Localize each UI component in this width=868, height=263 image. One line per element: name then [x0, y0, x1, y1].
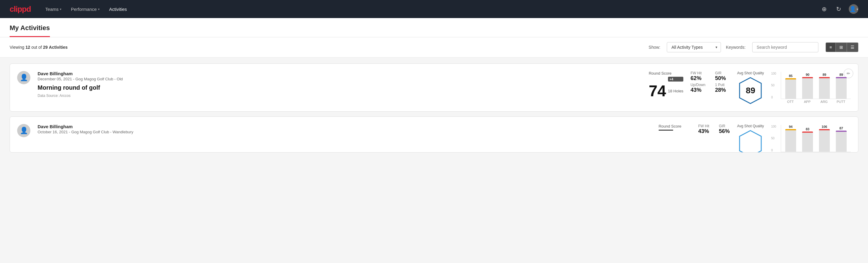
bar-value: 87: [839, 126, 843, 130]
chart: 100 50 0 85908989: [771, 72, 851, 99]
page-title: My Activities: [10, 18, 50, 37]
activity-type-select[interactable]: All Activity Types: [667, 42, 721, 52]
y-axis: 100 50 0: [771, 125, 776, 152]
hexagon-wrap: Avg Shot Quality 89: [737, 71, 764, 104]
activity-date: October 16, 2021 - Gog Magog Golf Club -…: [38, 130, 651, 134]
grid-icon: ⊞: [839, 45, 843, 50]
keywords-label: Keywords:: [726, 45, 745, 50]
nav-actions: ⊕ ↻ 👤 ▾: [820, 4, 858, 14]
shot-quality-section: Avg Shot Quality 89 100 50 0 85908989: [737, 71, 851, 104]
round-score-group: Round Score 74 +4 18 Holes: [649, 71, 683, 99]
one-putt-stat: 1 Putt 28%: [715, 83, 730, 93]
svg-marker-1: [740, 130, 761, 152]
stats-grid: FW Hit 43% GIR 56%: [699, 124, 730, 135]
chart: 100 50 0 948310687: [771, 125, 851, 152]
avatar-icon: 👤: [20, 127, 28, 135]
bar-value: 90: [806, 73, 809, 77]
viewing-count: 12: [26, 45, 30, 50]
bar-column: 106: [816, 125, 833, 152]
compact-icon: ☰: [850, 45, 855, 50]
search-input[interactable]: [752, 42, 818, 52]
bar-chart-container: 100 50 0 948310687 OTTAPPARGPUTT: [771, 125, 851, 153]
fw-hit-label: FW Hit: [690, 71, 705, 75]
activity-card: 👤 Dave Billingham October 16, 2021 - Gog…: [10, 116, 858, 152]
avatar-chevron: ▾: [857, 7, 858, 11]
fw-hit-stat: FW Hit 43%: [699, 124, 710, 135]
bar: [802, 77, 813, 99]
bar-top-indicator: [785, 129, 796, 130]
refresh-icon[interactable]: ↻: [834, 5, 843, 13]
logo: clippd: [10, 4, 31, 14]
page-header: My Activities: [0, 18, 868, 37]
view-toggles: ≡ ⊞ ☰: [826, 42, 858, 52]
chart-bars: 948310687: [781, 125, 851, 152]
chevron-down-icon: ▾: [60, 7, 61, 11]
nav-teams[interactable]: Teams ▾: [45, 5, 61, 13]
updown-label: Up/Down: [690, 83, 705, 87]
avatar: 👤: [17, 71, 30, 84]
activity-card: ✏ 👤 Dave Billingham December 05, 2021 - …: [10, 63, 858, 112]
gir-value: 50%: [715, 75, 730, 82]
fw-hit-value: 62%: [690, 75, 705, 82]
updown-value: 43%: [690, 87, 705, 93]
add-icon[interactable]: ⊕: [820, 5, 828, 13]
player-name: Dave Billingham: [38, 71, 642, 76]
hexagon-wrap: Avg Shot Quality: [737, 124, 764, 152]
bar: [819, 77, 830, 98]
activity-title: Morning round of golf: [38, 84, 642, 91]
chart-bars: 85908989: [781, 72, 851, 99]
avatar-icon: 👤: [20, 74, 28, 82]
shot-quality-section: Avg Shot Quality 100 50 0 948310687: [737, 124, 851, 152]
hexagon: 89: [738, 77, 763, 104]
bar-value: 89: [839, 73, 843, 77]
bar-value: 85: [789, 74, 793, 78]
bar-top-indicator: [802, 132, 813, 133]
viewing-middle: out of: [31, 45, 42, 50]
bar: [836, 130, 847, 152]
list-view-button[interactable]: ≡: [826, 42, 836, 52]
bar-value: 94: [789, 125, 793, 128]
y-axis: 100 50 0: [771, 72, 776, 99]
nav-performance[interactable]: Performance ▾: [71, 5, 99, 13]
bar-label: APP: [799, 100, 816, 104]
navbar: clippd Teams ▾ Performance ▾ Activities …: [0, 0, 868, 18]
bar-column: 83: [799, 125, 816, 152]
stats-grid: FW Hit 62% GIR 50% Up/Down 43% 1 Putt 28…: [690, 71, 730, 93]
bar: [785, 78, 796, 99]
bar-value: 83: [806, 127, 809, 131]
one-putt-label: 1 Putt: [715, 83, 730, 87]
bar-column: 94: [782, 125, 799, 152]
score-badge: +4: [668, 77, 683, 82]
holes-count: 18 Holes: [668, 89, 683, 93]
bar-top-indicator: [836, 77, 847, 78]
compact-view-button[interactable]: ☰: [847, 42, 858, 52]
avg-shot-label: Avg Shot Quality: [737, 71, 764, 75]
bar-top-indicator: [785, 78, 796, 80]
y-label-100: 100: [771, 72, 776, 75]
bar-column: 89: [833, 72, 850, 99]
score-display: 74 +4 18 Holes: [649, 77, 683, 99]
viewing-total: 29: [43, 45, 48, 50]
user-avatar[interactable]: 👤 ▾: [849, 4, 858, 14]
viewing-suffix: Activities: [49, 45, 68, 50]
list-icon: ≡: [830, 45, 832, 50]
chart-labels: OTTAPPARGPUTT: [771, 99, 851, 104]
fw-hit-stat: FW Hit 62%: [690, 71, 705, 82]
bar: [836, 77, 847, 98]
filter-bar: Viewing 12 out of 29 Activities Show: Al…: [0, 37, 868, 57]
chevron-down-icon: ▾: [98, 7, 99, 11]
bar-value: 106: [822, 125, 827, 128]
bar-top-indicator: [819, 129, 830, 130]
card-info: Dave Billingham October 16, 2021 - Gog M…: [38, 124, 651, 137]
chart-labels: OTTAPPARGPUTT: [771, 152, 851, 153]
bar-column: 87: [833, 125, 850, 152]
hexagon: [738, 130, 763, 152]
avatar-icon: 👤: [849, 6, 856, 12]
gir-label: GIR: [719, 124, 730, 128]
y-label-100: 100: [771, 125, 776, 128]
bar-value: 89: [823, 73, 826, 77]
y-label-50: 50: [771, 137, 776, 140]
bar-top-indicator: [819, 77, 830, 78]
nav-activities[interactable]: Activities: [109, 5, 127, 13]
grid-view-button[interactable]: ⊞: [836, 42, 847, 52]
